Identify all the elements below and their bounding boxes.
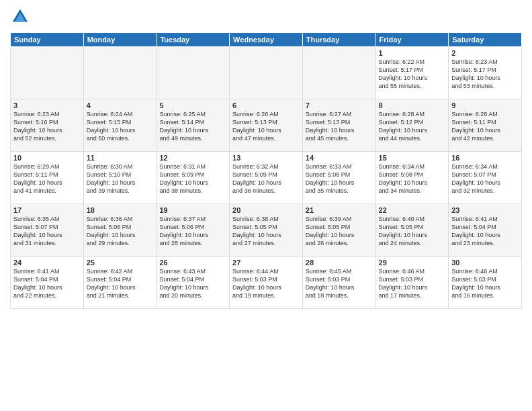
day-info: Sunrise: 6:43 AM Sunset: 5:04 PM Dayligh…	[159, 267, 226, 300]
day-number: 24	[13, 259, 81, 267]
day-number: 1	[379, 49, 446, 57]
calendar-cell: 20Sunrise: 6:38 AM Sunset: 5:05 PM Dayli…	[230, 204, 303, 257]
logo-icon	[10, 7, 30, 27]
week-row-2: 3Sunrise: 6:23 AM Sunset: 5:16 PM Daylig…	[11, 99, 522, 152]
week-row-1: 1Sunrise: 6:22 AM Sunset: 5:17 PM Daylig…	[11, 47, 522, 99]
day-number: 11	[87, 154, 154, 162]
calendar-cell: 5Sunrise: 6:25 AM Sunset: 5:14 PM Daylig…	[157, 99, 230, 152]
calendar-cell: 9Sunrise: 6:28 AM Sunset: 5:11 PM Daylig…	[449, 99, 522, 152]
page: SundayMondayTuesdayWednesdayThursdayFrid…	[0, 0, 532, 411]
day-info: Sunrise: 6:24 AM Sunset: 5:15 PM Dayligh…	[87, 110, 154, 143]
day-number: 5	[159, 101, 226, 109]
day-number: 22	[379, 206, 446, 214]
calendar-cell: 3Sunrise: 6:23 AM Sunset: 5:16 PM Daylig…	[11, 99, 84, 152]
day-info: Sunrise: 6:34 AM Sunset: 5:07 PM Dayligh…	[451, 163, 519, 195]
day-number: 14	[306, 154, 373, 162]
day-info: Sunrise: 6:28 AM Sunset: 5:11 PM Dayligh…	[451, 110, 519, 143]
calendar-cell	[11, 47, 84, 99]
day-info: Sunrise: 6:27 AM Sunset: 5:13 PM Dayligh…	[306, 110, 373, 143]
calendar-cell: 30Sunrise: 6:46 AM Sunset: 5:03 PM Dayli…	[449, 257, 522, 309]
day-number: 9	[451, 101, 519, 109]
calendar-cell: 25Sunrise: 6:42 AM Sunset: 5:04 PM Dayli…	[83, 257, 157, 309]
day-number: 15	[379, 154, 446, 162]
week-row-5: 24Sunrise: 6:41 AM Sunset: 5:04 PM Dayli…	[11, 257, 522, 309]
day-number: 27	[232, 259, 300, 267]
calendar-cell: 29Sunrise: 6:46 AM Sunset: 5:03 PM Dayli…	[375, 257, 449, 309]
day-info: Sunrise: 6:26 AM Sunset: 5:13 PM Dayligh…	[232, 110, 300, 143]
day-number: 10	[13, 154, 81, 162]
day-info: Sunrise: 6:40 AM Sunset: 5:05 PM Dayligh…	[379, 215, 446, 248]
day-info: Sunrise: 6:42 AM Sunset: 5:04 PM Dayligh…	[87, 267, 154, 300]
day-info: Sunrise: 6:44 AM Sunset: 5:03 PM Dayligh…	[232, 267, 300, 300]
day-number: 19	[159, 206, 226, 214]
day-number: 6	[232, 101, 300, 109]
day-number: 30	[451, 259, 519, 267]
day-number: 4	[87, 101, 154, 109]
day-info: Sunrise: 6:25 AM Sunset: 5:14 PM Dayligh…	[159, 110, 226, 143]
day-info: Sunrise: 6:28 AM Sunset: 5:12 PM Dayligh…	[379, 110, 446, 143]
day-number: 3	[13, 101, 81, 109]
weekday-header-tuesday: Tuesday	[157, 33, 230, 47]
weekday-header-thursday: Thursday	[302, 33, 375, 47]
calendar-cell: 17Sunrise: 6:35 AM Sunset: 5:07 PM Dayli…	[11, 204, 84, 257]
calendar-cell: 1Sunrise: 6:22 AM Sunset: 5:17 PM Daylig…	[375, 47, 449, 99]
day-number: 8	[379, 101, 446, 109]
header	[10, 7, 522, 27]
calendar-cell	[302, 47, 375, 99]
calendar-cell: 14Sunrise: 6:33 AM Sunset: 5:08 PM Dayli…	[302, 152, 375, 204]
day-info: Sunrise: 6:46 AM Sunset: 5:03 PM Dayligh…	[451, 267, 519, 300]
day-info: Sunrise: 6:41 AM Sunset: 5:04 PM Dayligh…	[13, 267, 81, 300]
week-row-4: 17Sunrise: 6:35 AM Sunset: 5:07 PM Dayli…	[11, 204, 522, 257]
weekday-header-row: SundayMondayTuesdayWednesdayThursdayFrid…	[11, 33, 522, 47]
day-number: 16	[451, 154, 519, 162]
calendar-cell: 8Sunrise: 6:28 AM Sunset: 5:12 PM Daylig…	[375, 99, 449, 152]
day-info: Sunrise: 6:31 AM Sunset: 5:09 PM Dayligh…	[159, 163, 226, 195]
day-info: Sunrise: 6:45 AM Sunset: 5:03 PM Dayligh…	[306, 267, 373, 300]
day-info: Sunrise: 6:23 AM Sunset: 5:17 PM Dayligh…	[451, 58, 519, 91]
weekday-header-sunday: Sunday	[11, 33, 84, 47]
day-info: Sunrise: 6:37 AM Sunset: 5:06 PM Dayligh…	[159, 215, 226, 248]
logo	[10, 7, 33, 27]
calendar-cell: 19Sunrise: 6:37 AM Sunset: 5:06 PM Dayli…	[157, 204, 230, 257]
calendar-cell: 21Sunrise: 6:39 AM Sunset: 5:05 PM Dayli…	[302, 204, 375, 257]
calendar-cell: 4Sunrise: 6:24 AM Sunset: 5:15 PM Daylig…	[83, 99, 157, 152]
calendar-cell: 12Sunrise: 6:31 AM Sunset: 5:09 PM Dayli…	[157, 152, 230, 204]
day-number: 12	[159, 154, 226, 162]
calendar: SundayMondayTuesdayWednesdayThursdayFrid…	[10, 32, 522, 309]
weekday-header-friday: Friday	[375, 33, 449, 47]
day-info: Sunrise: 6:30 AM Sunset: 5:10 PM Dayligh…	[87, 163, 154, 195]
day-info: Sunrise: 6:23 AM Sunset: 5:16 PM Dayligh…	[13, 110, 81, 143]
calendar-cell: 23Sunrise: 6:41 AM Sunset: 5:04 PM Dayli…	[449, 204, 522, 257]
calendar-cell: 28Sunrise: 6:45 AM Sunset: 5:03 PM Dayli…	[302, 257, 375, 309]
weekday-header-saturday: Saturday	[449, 33, 522, 47]
day-info: Sunrise: 6:46 AM Sunset: 5:03 PM Dayligh…	[379, 267, 446, 300]
calendar-cell: 18Sunrise: 6:36 AM Sunset: 5:06 PM Dayli…	[83, 204, 157, 257]
calendar-cell: 2Sunrise: 6:23 AM Sunset: 5:17 PM Daylig…	[449, 47, 522, 99]
calendar-cell: 26Sunrise: 6:43 AM Sunset: 5:04 PM Dayli…	[157, 257, 230, 309]
day-number: 29	[379, 259, 446, 267]
day-info: Sunrise: 6:36 AM Sunset: 5:06 PM Dayligh…	[87, 215, 154, 248]
day-number: 7	[306, 101, 373, 109]
calendar-cell: 6Sunrise: 6:26 AM Sunset: 5:13 PM Daylig…	[230, 99, 303, 152]
weekday-header-wednesday: Wednesday	[230, 33, 303, 47]
day-info: Sunrise: 6:22 AM Sunset: 5:17 PM Dayligh…	[379, 58, 446, 91]
calendar-cell: 15Sunrise: 6:34 AM Sunset: 5:08 PM Dayli…	[375, 152, 449, 204]
weekday-header-monday: Monday	[83, 33, 157, 47]
day-number: 21	[306, 206, 373, 214]
day-number: 26	[159, 259, 226, 267]
day-info: Sunrise: 6:38 AM Sunset: 5:05 PM Dayligh…	[232, 215, 300, 248]
day-number: 20	[232, 206, 300, 214]
calendar-cell: 10Sunrise: 6:29 AM Sunset: 5:11 PM Dayli…	[11, 152, 84, 204]
day-number: 17	[13, 206, 81, 214]
day-info: Sunrise: 6:29 AM Sunset: 5:11 PM Dayligh…	[13, 163, 81, 195]
day-number: 25	[87, 259, 154, 267]
calendar-cell: 13Sunrise: 6:32 AM Sunset: 5:09 PM Dayli…	[230, 152, 303, 204]
day-info: Sunrise: 6:34 AM Sunset: 5:08 PM Dayligh…	[379, 163, 446, 195]
day-info: Sunrise: 6:33 AM Sunset: 5:08 PM Dayligh…	[306, 163, 373, 195]
calendar-cell: 27Sunrise: 6:44 AM Sunset: 5:03 PM Dayli…	[230, 257, 303, 309]
day-number: 2	[451, 49, 519, 57]
calendar-cell: 22Sunrise: 6:40 AM Sunset: 5:05 PM Dayli…	[375, 204, 449, 257]
calendar-cell: 16Sunrise: 6:34 AM Sunset: 5:07 PM Dayli…	[449, 152, 522, 204]
calendar-cell: 24Sunrise: 6:41 AM Sunset: 5:04 PM Dayli…	[11, 257, 84, 309]
calendar-cell	[157, 47, 230, 99]
